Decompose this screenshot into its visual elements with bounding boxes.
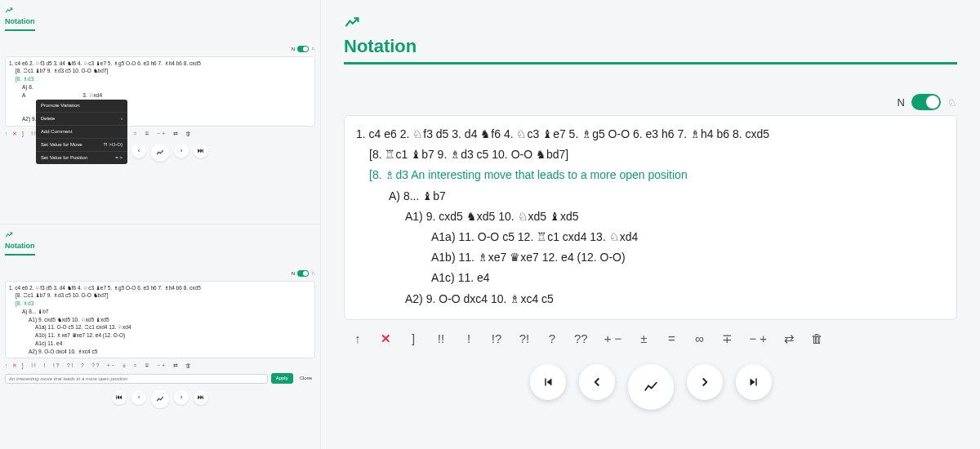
variation-b-active[interactable]: [8. ♗d3 An interesting move that leads t… xyxy=(356,165,945,185)
comment-input-row: Apply Close xyxy=(5,373,315,384)
sub-A[interactable]: A) 8... ♝b7 xyxy=(356,186,945,207)
sub-A1c[interactable]: A1c) 11. e4 xyxy=(356,268,945,288)
variation-a[interactable]: [8. ♖c1 ♝b7 9. ♗d3 c5 10. O-O ♞bd7] xyxy=(356,144,945,165)
sym-blunder[interactable]: ?? xyxy=(574,331,588,345)
mini-symbol-toolbar[interactable]: ↑ ✕ ] !! ! !? ?! ? ?? +− ± = ∓ −+ ⇄ 🗑 xyxy=(5,362,315,370)
mini-var-a[interactable]: [8. ♖c1 ♝b7 9. ♗d3 c5 10. O-O ♞bd7] xyxy=(9,67,311,75)
nav-prev-icon[interactable]: ‹ xyxy=(131,144,146,158)
mini-toggle-label: N xyxy=(292,46,295,53)
nav-last-icon[interactable]: ⏭ xyxy=(194,390,208,405)
symbol-toolbar: ↑ ✕ ] !! ! !? ?! ? ?? + − ± = ∞ ∓ − + ⇄ … xyxy=(344,331,957,346)
sym-equal[interactable]: = xyxy=(666,331,677,345)
figurine-toggle-row: N ♘ xyxy=(344,94,957,110)
mini-var-A1b[interactable]: A1b) 11. ♗xe7 ♛xe7 12. e4 (12. O-O) xyxy=(9,331,311,340)
toggle-label: N xyxy=(898,96,905,109)
nav-analysis-button[interactable] xyxy=(628,364,674,410)
mini-preview-contextmenu: Notation N ♘ 1. c4 e6 2. ♘f3 d5 3. d4 ♞f… xyxy=(0,0,320,224)
sym-close-bracket[interactable]: ] xyxy=(408,331,419,345)
sym-black-better[interactable]: ∓ xyxy=(721,331,733,346)
context-menu: Promote Variation Delete› Add Comment Se… xyxy=(36,100,127,164)
ctx-promote[interactable]: Promote Variation xyxy=(36,100,127,113)
mini-toggle-switch[interactable] xyxy=(297,46,309,52)
ctx-set-pos[interactable]: Set Value for Position= > xyxy=(36,152,127,164)
mini-var-A[interactable]: A) 8... ♝b7 xyxy=(9,308,311,316)
sub-A1b[interactable]: A1b) 11. ♗xe7 ♛xe7 12. e4 (12. O-O) xyxy=(356,247,945,268)
nav-last-button[interactable] xyxy=(736,364,772,400)
mini-var-b-head[interactable]: [8. ♗d3 xyxy=(9,75,311,83)
sym-white-better[interactable]: ± xyxy=(638,331,649,345)
page-title: Notation xyxy=(344,36,957,64)
logo-icon xyxy=(5,7,13,15)
knight-icon: ♘ xyxy=(947,96,957,109)
close-button[interactable]: Close xyxy=(296,373,315,384)
sym-up-icon[interactable]: ↑ xyxy=(352,331,363,345)
nav-analysis-icon[interactable] xyxy=(151,390,169,408)
sym-good[interactable]: ! xyxy=(463,331,474,345)
nav-prev-icon[interactable]: ‹ xyxy=(131,390,146,405)
ctx-delete[interactable]: Delete› xyxy=(36,113,127,126)
nav-first-icon[interactable]: ⏮ xyxy=(112,390,127,405)
sym-delete-icon[interactable]: ✕ xyxy=(380,331,391,346)
sym-dubious[interactable]: ?! xyxy=(519,331,530,345)
mini-var-A1a[interactable]: A1a) 11. O-O c5 12. ♖c1 cxd4 13. ♘xd4 xyxy=(9,323,311,331)
mini-nav: ⏮ ‹ › ⏭ xyxy=(5,390,315,408)
knight-icon: ♘ xyxy=(311,270,315,278)
mini-var-A-tail[interactable]: 3. ♘xd4 xyxy=(82,91,102,100)
sym-mistake[interactable]: ? xyxy=(546,331,558,345)
sym-brilliant[interactable]: !! xyxy=(435,331,447,345)
mini-toggle-label: N xyxy=(292,270,295,278)
nav-prev-button[interactable] xyxy=(579,364,615,400)
sub-A1[interactable]: A1) 9. cxd5 ♞xd5 10. ♘xd5 ♝xd5 xyxy=(356,207,945,227)
mini-title: Notation xyxy=(5,16,35,31)
sym-interesting[interactable]: !? xyxy=(491,331,502,345)
mainline[interactable]: 1. c4 e6 2. ♘f3 d5 3. d4 ♞f6 4. ♘c3 ♝e7 … xyxy=(356,124,945,144)
mini-mainline[interactable]: 1. c4 e6 2. ♘f3 d5 3. d4 ♞f6 4. ♘c3 ♝e7 … xyxy=(9,60,311,68)
mini-mainline[interactable]: 1. c4 e6 2. ♘f3 d5 3. d4 ♞f6 4. ♘c3 ♝e7 … xyxy=(9,284,311,292)
sub-A2[interactable]: A2) 9. O-O dxc4 10. ♗xc4 c5 xyxy=(356,289,945,309)
mini-var-A1c[interactable]: A1c) 11. e4 xyxy=(9,340,311,348)
main-panel: Notation N ♘ 1. c4 e6 2. ♘f3 d5 3. d4 ♞f… xyxy=(321,0,980,449)
mini-var-A1[interactable]: A1) 9. cxd5 ♞xd5 10. ♘xd5 ♝xd5 xyxy=(9,316,311,324)
apply-button[interactable]: Apply xyxy=(271,373,293,384)
sub-A1a[interactable]: A1a) 11. O-O c5 12. ♖c1 cxd4 13. ♘xd4 xyxy=(356,227,945,247)
sym-black-winning[interactable]: − + xyxy=(749,331,767,345)
nav-analysis-icon[interactable] xyxy=(151,144,169,162)
mini-var-a[interactable]: [8. ♖c1 ♝b7 9. ♗d3 c5 10. O-O ♞bd7] xyxy=(9,291,311,300)
mini-notation-box: 1. c4 e6 2. ♘f3 d5 3. d4 ♞f6 4. ♘c3 ♝e7 … xyxy=(5,281,315,359)
nav-first-button[interactable] xyxy=(530,364,566,400)
sym-unclear[interactable]: ∞ xyxy=(693,331,705,345)
figurine-toggle[interactable] xyxy=(911,94,941,110)
ctx-add-comment[interactable]: Add Comment xyxy=(36,126,127,139)
nav-next-icon[interactable]: › xyxy=(174,144,189,158)
nav-toolbar xyxy=(344,364,957,410)
mini-toggle-switch[interactable] xyxy=(297,270,309,277)
sym-white-winning[interactable]: + − xyxy=(604,331,622,345)
mini-var-A[interactable]: A) 8. xyxy=(22,83,33,91)
knight-icon: ♘ xyxy=(311,46,315,53)
mini-var-A2[interactable]: A2) 9. O-O dxc4 10. ♗xc4 c5 xyxy=(9,348,311,356)
left-preview-column: Notation N ♘ 1. c4 e6 2. ♘f3 d5 3. d4 ♞f… xyxy=(0,0,321,449)
sym-trash-icon[interactable]: 🗑 xyxy=(811,331,823,345)
sym-counterplay-icon[interactable]: ⇄ xyxy=(783,331,795,346)
logo-icon xyxy=(5,231,13,239)
nav-next-icon[interactable]: › xyxy=(174,390,189,405)
ctx-set-move[interactable]: Set Value for Move?! >O-O) xyxy=(36,139,127,152)
mini-title: Notation xyxy=(5,241,35,256)
nav-last-icon[interactable]: ⏭ xyxy=(194,144,208,158)
mini-var-b-head[interactable]: [8. ♗d3 xyxy=(9,300,311,308)
logo-icon xyxy=(344,15,957,31)
mini-preview-comment: Notation N ♘ 1. c4 e6 2. ♘f3 d5 3. d4 ♞f… xyxy=(0,224,320,449)
comment-input[interactable] xyxy=(5,374,268,384)
nav-next-button[interactable] xyxy=(687,364,723,400)
notation-box: 1. c4 e6 2. ♘f3 d5 3. d4 ♞f6 4. ♘c3 ♝e7 … xyxy=(344,115,957,320)
